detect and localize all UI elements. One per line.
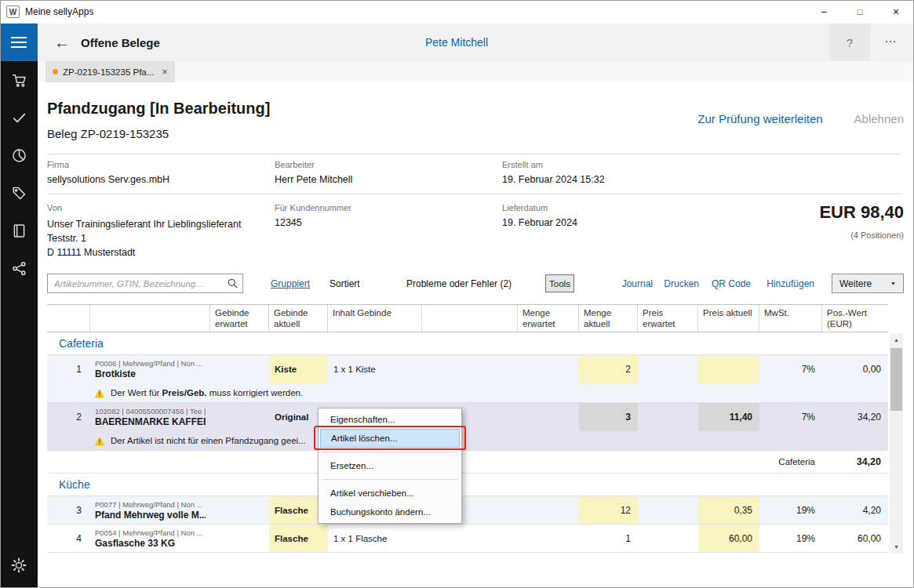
menge-aktuell-cell[interactable]: 1 — [579, 524, 638, 552]
forward-for-review-link[interactable]: Zur Prüfung weiterleiten — [697, 112, 822, 125]
back-arrow-icon[interactable]: ← — [47, 24, 77, 61]
group-header-cafeteria[interactable]: Cafeteria — [47, 332, 888, 355]
filter-gruppiert[interactable]: Gruppiert — [271, 278, 310, 289]
header-menge-erwartet[interactable]: Menge erwartet — [518, 305, 579, 332]
menge-aktuell-cell[interactable]: 2 — [579, 355, 638, 383]
scrollbar-thumb[interactable] — [890, 348, 902, 411]
warning-text: Der Artikel ist nicht für einen Pfandzug… — [111, 436, 306, 445]
preis-aktuell-cell[interactable]: 0,35 — [698, 496, 759, 524]
pos-wert-cell: 4,20 — [822, 496, 888, 524]
menu-separator — [322, 452, 458, 452]
weitere-dropdown-button[interactable]: Weitere ▼ — [832, 274, 904, 293]
tag-icon[interactable] — [0, 174, 38, 212]
reject-link[interactable]: Ablehnen — [854, 112, 904, 125]
menu-item-artikel-loeschen[interactable]: Artikel löschen... — [320, 429, 460, 448]
preis-aktuell-cell[interactable]: 11,40 — [698, 403, 759, 431]
tools-button[interactable]: Tools — [545, 274, 574, 292]
table-header-row: Gebinde erwartet Gebinde aktuell Inhalt … — [47, 304, 888, 332]
journal-link[interactable]: Journal — [622, 278, 653, 289]
header-menge-aktuell[interactable]: Menge aktuell — [579, 305, 638, 332]
menge-aktuell-cell[interactable]: 12 — [579, 496, 638, 524]
warning-icon — [94, 436, 105, 446]
close-button[interactable]: × — [878, 0, 914, 24]
check-icon[interactable] — [0, 99, 38, 136]
header-preis-erwartet[interactable]: Preis erwartet — [638, 305, 698, 332]
warning-text: Der Wert für Preis/Geb. muss korrigiert … — [111, 388, 303, 397]
qr-code-link[interactable]: QR Code — [712, 278, 751, 289]
filter-sortiert[interactable]: Sortiert — [330, 278, 360, 289]
article-cell: P0006 | Mehrweg/Pfand | Non ... Brotkist… — [90, 355, 210, 383]
field-value-bearbeiter: Herr Pete Mitchell — [275, 174, 352, 185]
menu-item-eigenschaften[interactable]: Eigenschaften... — [320, 410, 460, 429]
article-name: Brotkiste — [95, 368, 206, 379]
row-warning: Der Artikel ist nicht für einen Pfandzug… — [47, 431, 888, 451]
group-footer-value: 34,20 — [822, 451, 888, 473]
scroll-up-icon[interactable]: ▲ — [890, 333, 903, 347]
article-search — [47, 274, 243, 293]
table-row-3[interactable]: 3 P0077 | Mehrweg/Pfand | Non ... Pfand … — [47, 496, 888, 524]
field-label-kundennummer: Für Kundennummer — [275, 203, 351, 212]
supplier-street: Teststr. 1 — [47, 231, 241, 245]
header-preis-aktuell[interactable]: Preis aktuell — [698, 305, 759, 332]
weitere-label: Weitere — [839, 278, 872, 289]
pos-wert-cell: 0,00 — [822, 355, 888, 383]
table-row-1[interactable]: 1 P0006 | Mehrweg/Pfand | Non ... Brotki… — [47, 355, 888, 383]
header-mwst[interactable]: MwSt. — [759, 305, 822, 332]
field-label-firma: Firma — [47, 160, 69, 169]
drucken-link[interactable]: Drucken — [664, 278, 699, 289]
page-title: Offene Belege — [81, 24, 160, 61]
article-code: 102082 | 04005500007456 | Tee |... — [95, 407, 206, 416]
maximize-button[interactable]: □ — [842, 0, 878, 24]
gear-icon[interactable] — [0, 546, 38, 584]
hinzufuegen-link[interactable]: Hinzufügen — [767, 278, 814, 289]
document-tab[interactable]: ZP-0219-153235 Pfa... × — [46, 61, 175, 82]
article-code: P0006 | Mehrweg/Pfand | Non ... — [95, 359, 206, 368]
preis-aktuell-cell[interactable]: 60,00 — [698, 524, 759, 552]
pie-chart-icon[interactable] — [0, 136, 38, 174]
header-pos-wert[interactable]: Pos.-Wert (EUR) — [822, 305, 888, 332]
context-menu: Eigenschaften... Artikel löschen... Erse… — [318, 408, 462, 524]
mwst-cell: 7% — [759, 403, 822, 431]
header-gebinde-aktuell[interactable]: Gebinde aktuell — [269, 305, 328, 332]
header-gebinde-erwartet[interactable]: Gebinde erwartet — [210, 305, 269, 332]
tab-close-icon[interactable]: × — [162, 66, 168, 78]
book-icon[interactable] — [0, 212, 38, 249]
more-options-button[interactable]: … — [873, 24, 908, 61]
menu-separator — [322, 479, 458, 480]
document-title: Pfandzugang [In Bearbeitung] — [47, 100, 270, 118]
menu-item-ersetzen[interactable]: Ersetzen... — [320, 456, 460, 475]
table-row-4[interactable]: 4 P0054 | Mehrweg/Pfand | Non ... Gasfla… — [47, 524, 888, 553]
document-panel: Pfandzugang [In Bearbeitung] Zur Prüfung… — [38, 82, 914, 588]
help-button[interactable]: ? — [829, 24, 870, 61]
mwst-cell: 7% — [759, 355, 822, 383]
scroll-down-icon[interactable]: ▼ — [890, 540, 903, 554]
menu-item-artikel-verschieben[interactable]: Artikel verschieben... — [320, 484, 460, 503]
mwst-cell: 19% — [759, 524, 822, 552]
menu-item-buchungskonto-aendern[interactable]: Buchungskonto ändern... — [320, 503, 460, 521]
minimize-button[interactable]: − — [806, 0, 842, 24]
gebinde-aktuell-cell[interactable]: Flasche — [269, 524, 328, 552]
document-number: Beleg ZP-0219-153235 — [47, 127, 169, 140]
field-value-erstellt-am: 19. Februar 2024 15:32 — [502, 174, 605, 185]
filter-probleme-oder-fehler[interactable]: Probleme oder Fehler (2) — [406, 278, 512, 289]
pos-wert-cell: 60,00 — [822, 524, 888, 552]
inhalt-gebinde-cell: 1 x 1 Flasche — [328, 524, 422, 552]
user-name-link[interactable]: Pete Mitchell — [425, 24, 488, 61]
group-header-kueche[interactable]: Küche — [47, 474, 888, 496]
search-input[interactable] — [48, 274, 242, 292]
article-name: BAERENMARKE KAFFEE... — [95, 416, 206, 427]
chevron-down-icon: ▼ — [890, 281, 896, 286]
vertical-scrollbar[interactable]: ▲ ▼ — [890, 333, 903, 554]
cart-icon[interactable] — [0, 61, 38, 99]
header-inhalt-gebinde[interactable]: Inhalt Gebinde — [328, 305, 422, 332]
table-row-2-selected[interactable]: 2 102082 | 04005500007456 | Tee |... BAE… — [47, 403, 888, 431]
window-controls: − □ × — [806, 0, 914, 24]
share-icon[interactable] — [0, 249, 38, 287]
menge-aktuell-cell[interactable]: 3 — [579, 403, 638, 431]
row-number: 4 — [47, 524, 90, 552]
sidebar — [0, 24, 38, 588]
preis-aktuell-cell[interactable] — [698, 355, 759, 383]
hamburger-menu-button[interactable] — [0, 24, 38, 61]
gebinde-aktuell-cell[interactable]: Kiste — [269, 355, 328, 383]
tab-bar: ZP-0219-153235 Pfa... × — [38, 61, 914, 82]
